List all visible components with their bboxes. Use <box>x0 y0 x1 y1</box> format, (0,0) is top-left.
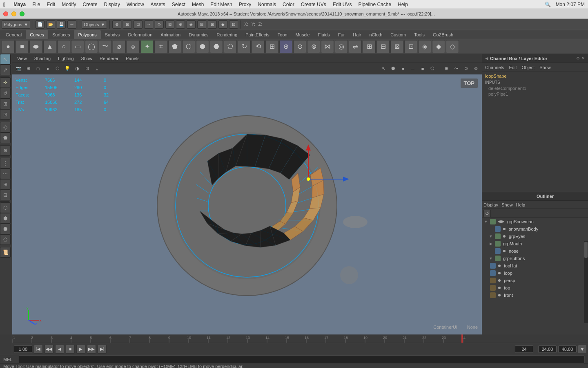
shelf-icon-soft[interactable]: ⬡ <box>182 40 195 53</box>
tool-btn-3[interactable]: ⊡ <box>134 20 143 29</box>
expand-icon-grpbuttons[interactable]: ▼ <box>488 256 493 261</box>
tool-btn-6[interactable]: ⊠ <box>165 20 174 29</box>
outliner-item-nose[interactable]: nose <box>487 247 588 255</box>
shelf-icon-pipe[interactable]: ⌀ <box>113 40 126 53</box>
shelf-icon-lasso[interactable]: ⌗ <box>154 40 167 53</box>
menu-select[interactable]: Select <box>172 2 185 7</box>
apple-menu[interactable]:  <box>3 1 5 8</box>
shelf-tab-custom[interactable]: Custom <box>386 30 410 39</box>
play-back-btn[interactable]: ◀ <box>55 345 64 354</box>
shelf-icon-loop[interactable]: ↻ <box>238 40 251 53</box>
mel-input[interactable] <box>19 355 585 364</box>
shelf-tab-polygons[interactable]: Polygons <box>74 30 100 39</box>
step-back-btn[interactable]: ◀◀ <box>45 345 53 354</box>
vp-icon-iso[interactable]: ⟁ <box>92 64 101 73</box>
outliner-item-tophat[interactable]: topHat <box>482 262 588 269</box>
shelf-icon-circle[interactable]: ◯ <box>85 40 98 53</box>
tool-move[interactable]: ✛ <box>0 77 11 88</box>
vp-icon-poly-mode[interactable]: ⬟ <box>389 64 398 73</box>
tool-script[interactable]: 📜 <box>0 247 11 258</box>
undo-btn[interactable]: ↩ <box>67 20 76 29</box>
menu-edit[interactable]: Edit <box>47 2 56 7</box>
cb-tab-channels[interactable]: Channels <box>485 65 504 70</box>
menu-window[interactable]: Window <box>127 2 144 7</box>
tool-btn-7[interactable]: ⊕ <box>176 20 185 29</box>
shelf-icon-torus[interactable]: ○ <box>57 40 70 53</box>
cb-input-2[interactable]: polyPipe1 <box>488 91 585 97</box>
timeline-settings-btn[interactable]: ▼ <box>578 345 586 353</box>
play-fwd-btn[interactable]: ▶ <box>76 345 85 354</box>
tool-soft-mod[interactable]: ◎ <box>0 122 11 132</box>
shelf-tab-general[interactable]: General <box>2 30 26 39</box>
menu-mesh[interactable]: Mesh <box>192 2 204 7</box>
end-frame-input[interactable] <box>538 346 557 353</box>
viewport[interactable]: View Shading Lighting Show Renderer Pane… <box>12 54 482 334</box>
shelf-icon-smooth[interactable]: ◎ <box>335 40 348 53</box>
shelf-icon-uv2[interactable]: ⊟ <box>376 40 390 53</box>
tool-btn-2[interactable]: ⊞ <box>123 20 132 29</box>
shelf-icon-plane[interactable]: ▭ <box>71 40 84 53</box>
shelf-icon-paint[interactable]: ⬟ <box>168 40 181 53</box>
vp-icon-snap-view[interactable]: ⊗ <box>471 64 480 73</box>
vp-icon-wireframe[interactable]: □ <box>33 64 42 73</box>
cb-tab-show[interactable]: Show <box>539 65 551 70</box>
cb-settings-btn[interactable]: ⚙ <box>576 56 580 61</box>
vp-icon-xray[interactable]: ⊡ <box>82 64 91 73</box>
vp-icon-light[interactable]: 💡 <box>63 64 72 73</box>
shelf-icon-mirror[interactable]: ⋈ <box>321 40 334 53</box>
app-name[interactable]: Maya <box>13 2 26 7</box>
shelf-icon-cube[interactable]: ■ <box>16 40 29 53</box>
vp-icon-snap-grid[interactable]: ⊞ <box>442 64 451 73</box>
shelf-icon-curve[interactable]: 〜 <box>99 40 112 53</box>
maximize-button[interactable] <box>20 11 24 16</box>
file-new-btn[interactable]: 📄 <box>36 20 45 29</box>
close-button[interactable] <box>3 11 8 16</box>
vp-menu-show[interactable]: Show <box>78 54 96 63</box>
vp-menu-view[interactable]: View <box>14 54 30 63</box>
outliner-item-loop[interactable]: loop <box>482 269 588 277</box>
shelf-tab-fluids[interactable]: Fluids <box>314 30 334 39</box>
tool-grid[interactable]: ⋮ <box>0 158 11 168</box>
outliner-item-grpbuttons[interactable]: ▼ grpButtons <box>487 255 588 262</box>
shelf-icon-combine[interactable]: ⊗ <box>307 40 320 53</box>
timeline-ruler[interactable]: 1 2 3 4 5 6 7 8 <box>12 334 588 343</box>
cb-tab-object[interactable]: Object <box>521 65 535 70</box>
vp-icon-edge-mode[interactable]: ─ <box>408 64 417 73</box>
shelf-tab-surfaces[interactable]: Surfaces <box>48 30 74 39</box>
file-save-btn[interactable]: 💾 <box>57 20 66 29</box>
shelf-tab-toon[interactable]: Toon <box>274 30 292 39</box>
shelf-icon-uv4[interactable]: ⊡ <box>404 40 417 53</box>
shelf-tab-fur[interactable]: Fur <box>334 30 349 39</box>
outliner-item-top[interactable]: top <box>482 284 588 292</box>
cb-tab-edit[interactable]: Edit <box>509 65 517 70</box>
goto-end-btn[interactable]: ▶| <box>98 345 107 354</box>
outliner-refresh-btn[interactable]: ↺ <box>483 210 491 217</box>
current-frame-input[interactable] <box>515 346 533 353</box>
vp-icon-shadow[interactable]: ◑ <box>73 64 82 73</box>
tool-grid3[interactable]: ⊞ <box>0 179 11 190</box>
step-fwd-btn[interactable]: ▶▶ <box>87 345 96 354</box>
tool-btn-9[interactable]: ⊟ <box>197 20 206 29</box>
vp-menu-shading[interactable]: Shading <box>31 54 54 63</box>
shelf-icon-bridge[interactable]: ⬣ <box>210 40 223 53</box>
minimize-button[interactable] <box>11 11 16 16</box>
vp-icon-smooth[interactable]: ● <box>43 64 52 73</box>
shelf-icon-bevel[interactable]: ⬠ <box>224 40 237 53</box>
outliner-item-grpsnowman[interactable]: ▼ grpSnowman <box>482 218 588 225</box>
menu-modify[interactable]: Modify <box>62 2 76 7</box>
tool-grid2[interactable]: ⋯ <box>0 168 11 179</box>
vp-icon-snap-point[interactable]: ⊙ <box>461 64 470 73</box>
shelf-tab-painteffects[interactable]: PaintEffects <box>241 30 274 39</box>
shelf-tab-muscle[interactable]: Muscle <box>292 30 314 39</box>
outliner-menu-show[interactable]: Show <box>501 202 513 207</box>
menu-edit-uvs[interactable]: Edit UVs <box>333 2 352 7</box>
expand-icon-grpeyes[interactable]: ▼ <box>488 234 493 239</box>
shelf-tab-rendering[interactable]: Rendering <box>213 30 242 39</box>
shelf-icon-append[interactable]: ⊕ <box>279 40 292 53</box>
start-frame-input[interactable] <box>14 346 32 353</box>
vp-icon-camera[interactable]: 📷 <box>14 64 23 73</box>
goto-start-btn[interactable]: |◀ <box>34 345 43 354</box>
vp-icon-face-mode[interactable]: ■ <box>418 64 427 73</box>
shelf-tab-hair[interactable]: Hair <box>349 30 365 39</box>
shelf-icon-helix[interactable]: ⍟ <box>127 40 140 53</box>
